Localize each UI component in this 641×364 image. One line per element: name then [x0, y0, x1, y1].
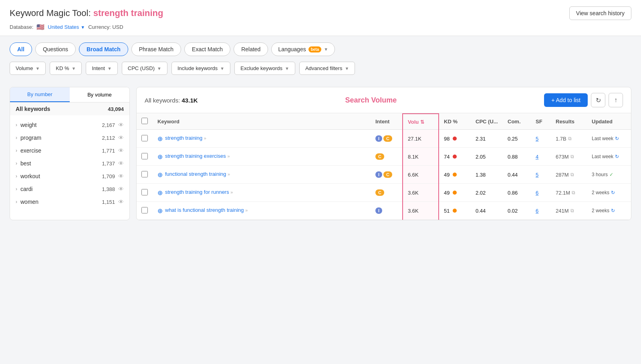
sidebar-item[interactable]: › cardi 1,388 👁: [10, 183, 129, 195]
keyword-link[interactable]: strength training for runners: [165, 189, 229, 195]
row-checkbox[interactable]: [141, 207, 148, 213]
eye-icon[interactable]: 👁: [118, 147, 124, 154]
tab-related[interactable]: Related: [234, 42, 268, 56]
sf-value[interactable]: 5: [536, 136, 538, 142]
eye-icon[interactable]: 👁: [118, 135, 124, 141]
sidebar-item-count: 1,709: [102, 173, 115, 179]
external-link-icon[interactable]: ⧉: [570, 154, 574, 159]
kd-filter[interactable]: KD % ▼: [50, 62, 82, 75]
tab-broad-match[interactable]: Broad Match: [79, 42, 128, 56]
chevron-down-icon: ▼: [285, 66, 289, 71]
dropdown-row: Volume ▼ KD % ▼ Intent ▼ CPC (USD) ▼ Inc…: [10, 62, 631, 80]
chevron-right-icon: ›: [16, 122, 17, 128]
add-keyword-icon[interactable]: ⊕: [157, 135, 163, 143]
sidebar-item[interactable]: › program 2,112 👁: [10, 131, 129, 144]
row-checkbox[interactable]: [141, 189, 148, 195]
com-cell: 0.86: [503, 184, 531, 202]
volume-value: 27.1K: [408, 136, 421, 142]
eye-icon[interactable]: 👁: [118, 199, 124, 205]
volume-filter[interactable]: Volume ▼: [10, 62, 46, 75]
sidebar-item-count: 1,388: [102, 186, 115, 192]
cpc-value: 2.05: [476, 154, 486, 160]
volume-value: 8.1K: [408, 154, 419, 160]
row-checkbox[interactable]: [141, 171, 148, 177]
by-number-toggle[interactable]: By number: [10, 87, 70, 102]
intent-filter[interactable]: Intent ▼: [86, 62, 117, 75]
database-label: Database:: [10, 24, 33, 30]
add-keyword-icon[interactable]: ⊕: [157, 153, 163, 161]
add-to-list-button[interactable]: + Add to list: [544, 93, 588, 107]
keyword-cell: ⊕ what is functional strength training »: [153, 202, 371, 220]
keyword-link[interactable]: strength training: [165, 135, 202, 141]
tab-all[interactable]: All: [10, 42, 32, 56]
keyword-text-block: strength training exercises »: [165, 153, 230, 160]
row-checkbox[interactable]: [141, 135, 148, 141]
row-checkbox[interactable]: [141, 153, 148, 159]
refresh-icon[interactable]: ↻: [615, 154, 619, 159]
sidebar-item-left: › program: [16, 135, 41, 141]
com-value: 0.25: [508, 136, 518, 142]
external-link-icon[interactable]: ⧉: [568, 136, 572, 141]
kd-dot: [453, 209, 457, 213]
view-history-button[interactable]: View search history: [569, 6, 631, 20]
sidebar-item[interactable]: › best 1,737 👁: [10, 157, 129, 170]
refresh-icon[interactable]: ↻: [615, 136, 619, 141]
sidebar-item[interactable]: › workout 1,709 👁: [10, 170, 129, 183]
refresh-icon[interactable]: ↻: [611, 208, 615, 213]
sidebar-item[interactable]: › women 1,151 👁: [10, 195, 129, 208]
cpc-value: 2.02: [476, 190, 486, 196]
sidebar-item-left: › workout: [16, 173, 40, 179]
sf-value[interactable]: 6: [536, 208, 538, 214]
add-keyword-icon[interactable]: ⊕: [157, 189, 163, 197]
include-keywords-filter[interactable]: Include keywords ▼: [171, 62, 230, 75]
sidebar-item[interactable]: › exercise 1,771 👁: [10, 144, 129, 157]
keyword-link[interactable]: strength training exercises: [165, 153, 226, 159]
results-value: 241M: [556, 208, 569, 214]
refresh-icon[interactable]: ↻: [611, 190, 615, 195]
database-link[interactable]: United States ▼: [48, 24, 85, 30]
eye-icon[interactable]: 👁: [118, 173, 124, 179]
advanced-filters[interactable]: Advanced filters ▼: [299, 62, 355, 75]
sort-icon: ⇅: [420, 119, 424, 125]
eye-icon[interactable]: 👁: [118, 160, 124, 167]
by-volume-toggle[interactable]: By volume: [70, 87, 129, 102]
tab-exact-match[interactable]: Exact Match: [184, 42, 230, 56]
row-checkbox-cell: [137, 148, 153, 166]
sf-value[interactable]: 5: [536, 172, 538, 178]
sf-value[interactable]: 6: [536, 190, 538, 196]
chevron-right-icon: ›: [16, 186, 17, 192]
keyword-link[interactable]: functional strength training: [165, 171, 226, 177]
external-link-icon[interactable]: ⧉: [570, 208, 574, 213]
chevron-right-icon: ›: [16, 148, 17, 153]
top-bar: Keyword Magic Tool: strength training Vi…: [0, 0, 641, 36]
sidebar-item-count: 1,737: [102, 161, 115, 167]
cpc-filter[interactable]: CPC (USD) ▼: [122, 62, 167, 75]
intent-badge-i: I: [375, 207, 382, 214]
languages-button[interactable]: Languages beta ▼: [271, 42, 335, 56]
external-link-icon[interactable]: ⧉: [572, 190, 575, 195]
exclude-keywords-filter[interactable]: Exclude keywords ▼: [234, 62, 295, 75]
keyword-link[interactable]: what is functional strength training: [165, 207, 244, 213]
refresh-button[interactable]: ↻: [591, 93, 605, 107]
sf-value[interactable]: 4: [536, 154, 538, 160]
tab-questions[interactable]: Questions: [35, 42, 76, 56]
add-keyword-icon[interactable]: ⊕: [157, 171, 163, 179]
export-button[interactable]: ↑: [609, 93, 623, 107]
cpc-cell: 2.05: [471, 148, 503, 166]
tab-phrase-match[interactable]: Phrase Match: [131, 42, 181, 56]
select-all-checkbox[interactable]: [141, 118, 148, 124]
row-checkbox-cell: [137, 184, 153, 202]
external-link-icon[interactable]: ⧉: [570, 172, 574, 177]
chevron-right-icon: ›: [16, 173, 17, 179]
volume-cell: 8.1K: [403, 148, 439, 166]
eye-icon[interactable]: 👁: [118, 186, 124, 192]
add-keyword-icon[interactable]: ⊕: [157, 207, 163, 215]
volume-cell: 6.6K: [403, 166, 439, 184]
sidebar-item-right: 1,388 👁: [102, 186, 124, 192]
col-header-volume[interactable]: Volu ⇅: [403, 114, 439, 130]
eye-icon[interactable]: 👁: [118, 122, 124, 128]
sidebar-item[interactable]: › weight 2,167 👁: [10, 119, 129, 131]
results-cell: 72.1M ⧉: [551, 184, 587, 202]
results-cell: 241M ⧉: [551, 202, 587, 220]
sidebar-item-label: exercise: [20, 147, 41, 154]
